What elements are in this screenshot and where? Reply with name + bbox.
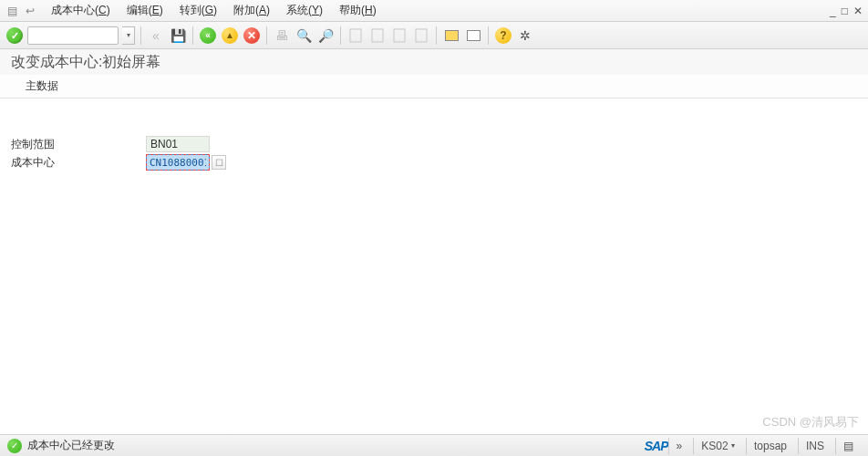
- print-icon: 🖶: [273, 26, 291, 45]
- cost-center-row: 成本中心 ☐: [11, 153, 857, 171]
- watermark: CSDN @清风易下: [762, 414, 859, 430]
- standard-toolbar: ▾ « 💾 « ▲ ✕ 🖶 🔍 🔎 ? ✲: [0, 22, 868, 49]
- find-icon: 🔍: [294, 26, 313, 45]
- menu-help[interactable]: 帮助(H): [332, 1, 384, 20]
- svg-rect-2: [394, 29, 405, 42]
- search-help-icon[interactable]: ☐: [212, 155, 226, 170]
- menu-doc-icons: ▤ ↩: [5, 5, 36, 17]
- content-area: 控制范围 BN01 成本中心 ☐: [0, 98, 868, 182]
- menu-items: 成本中心(C) 编辑(E) 转到(G) 附加(A) 系统(Y) 帮助(H): [44, 1, 830, 20]
- prev-page-icon: [368, 26, 387, 45]
- controlling-area-value: BN01: [146, 136, 210, 152]
- status-right: » KS02 ▾ topsap INS ▤: [668, 438, 861, 454]
- status-expand[interactable]: »: [668, 438, 690, 454]
- save-icon: 💾: [169, 26, 187, 45]
- help-button[interactable]: ?: [494, 26, 512, 45]
- svg-rect-1: [372, 29, 383, 42]
- menu-edit[interactable]: 编辑(E): [119, 1, 170, 20]
- controlling-area-row: 控制范围 BN01: [11, 135, 857, 153]
- new-session-icon[interactable]: [442, 26, 460, 45]
- status-bar: ✓ 成本中心已经更改 SAP » KS02 ▾ topsap INS ▤: [0, 434, 868, 456]
- sap-logo: SAP: [645, 439, 668, 453]
- status-system: topsap: [746, 438, 794, 454]
- minimize-icon[interactable]: _: [830, 5, 836, 17]
- back-button[interactable]: «: [199, 26, 217, 45]
- status-tcode[interactable]: KS02 ▾: [693, 438, 742, 454]
- close-icon[interactable]: ✕: [853, 5, 863, 17]
- svg-rect-3: [416, 29, 427, 42]
- cost-center-input[interactable]: [146, 154, 210, 171]
- status-success-icon: ✓: [7, 439, 22, 453]
- layout-icon[interactable]: ✲: [516, 26, 534, 45]
- menu-system[interactable]: 系统(Y): [279, 1, 330, 20]
- menu-extras[interactable]: 附加(A): [226, 1, 277, 20]
- command-field[interactable]: [27, 26, 119, 45]
- last-page-icon: [412, 26, 430, 45]
- next-page-icon: [390, 26, 408, 45]
- svg-rect-0: [350, 29, 361, 42]
- menu-cost-center[interactable]: 成本中心(C): [44, 1, 118, 20]
- find-next-icon: 🔎: [316, 26, 335, 45]
- menu-bar: ▤ ↩ 成本中心(C) 编辑(E) 转到(G) 附加(A) 系统(Y) 帮助(H…: [0, 0, 868, 22]
- cancel-button[interactable]: ✕: [243, 26, 261, 45]
- master-data-button[interactable]: 主数据: [16, 77, 67, 96]
- status-insert-mode: INS: [798, 438, 832, 454]
- status-menu-icon[interactable]: ▤: [835, 438, 861, 454]
- exit-session-icon[interactable]: ↩: [24, 5, 36, 17]
- menu-dropdown-icon[interactable]: ▤: [5, 5, 18, 17]
- cost-center-input-wrap: ☐: [146, 154, 226, 171]
- window-controls: _ □ ✕: [830, 5, 863, 17]
- status-message: 成本中心已经更改: [27, 438, 645, 453]
- cost-center-label: 成本中心: [11, 155, 146, 171]
- enter-button[interactable]: [5, 26, 24, 45]
- maximize-icon[interactable]: □: [842, 5, 848, 17]
- controlling-area-label: 控制范围: [11, 137, 146, 152]
- application-toolbar: 主数据: [0, 75, 868, 98]
- exit-button[interactable]: ▲: [221, 26, 239, 45]
- shortcut-icon[interactable]: [464, 26, 482, 45]
- menu-goto[interactable]: 转到(G): [172, 1, 224, 20]
- first-page-icon: [346, 26, 365, 45]
- command-dropdown[interactable]: ▾: [122, 26, 135, 45]
- back-group-icon[interactable]: «: [147, 26, 165, 45]
- transaction-title: 改变成本中心:初始屏幕: [0, 49, 868, 75]
